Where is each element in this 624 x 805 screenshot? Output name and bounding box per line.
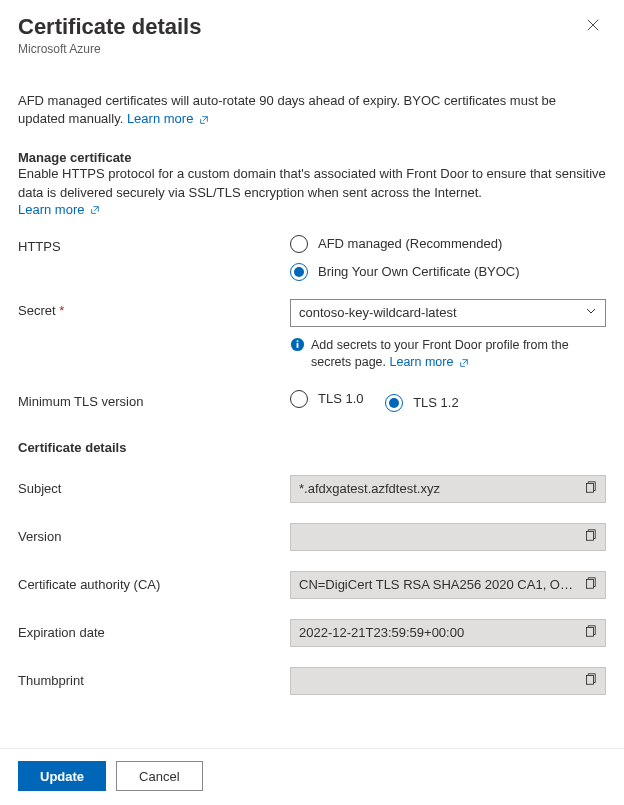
secret-value: contoso-key-wildcard-latest [299,305,457,320]
copy-icon [583,672,597,689]
copy-button[interactable] [583,624,597,641]
chevron-down-icon [585,305,597,320]
external-link-icon [457,355,469,369]
radio-label: TLS 1.0 [318,391,364,406]
close-button[interactable] [580,14,606,39]
manage-certificate-heading: Manage certificate [18,150,606,165]
ca-value: CN=DigiCert TLS RSA SHA256 2020 CA1, O… [290,571,606,599]
copy-button[interactable] [583,480,597,497]
panel-title: Certificate details [18,14,201,40]
version-value [290,523,606,551]
expiration-label: Expiration date [18,625,290,640]
close-icon [586,18,600,35]
info-icon [290,337,305,352]
intro-text: AFD managed certificates will auto-rotat… [18,92,606,128]
https-label: HTTPS [18,235,290,254]
radio-label: TLS 1.2 [413,395,459,410]
tls-option-12[interactable]: TLS 1.2 [385,394,459,412]
radio-icon [385,394,403,412]
radio-icon [290,235,308,253]
radio-label: Bring Your Own Certificate (BYOC) [318,264,520,279]
copy-button[interactable] [583,672,597,689]
panel-subtitle: Microsoft Azure [18,42,201,56]
radio-label: AFD managed (Recommended) [318,236,502,251]
certificate-details-heading: Certificate details [18,440,606,455]
manage-learn-more-link[interactable]: Learn more [18,202,100,217]
secret-label: Secret * [18,299,290,318]
expiration-value: 2022-12-21T23:59:59+00:00 [290,619,606,647]
copy-button[interactable] [583,528,597,545]
secret-hint: Add secrets to your Front Door profile f… [290,337,606,372]
copy-button[interactable] [583,576,597,593]
secret-learn-more-link[interactable]: Learn more [390,355,469,369]
subject-label: Subject [18,481,290,496]
https-option-managed[interactable]: AFD managed (Recommended) [290,235,606,253]
cancel-button[interactable]: Cancel [116,761,202,791]
intro-learn-more-link[interactable]: Learn more [127,111,209,126]
manage-certificate-text: Enable HTTPS protocol for a custom domai… [18,165,606,201]
version-label: Version [18,529,290,544]
secret-select[interactable]: contoso-key-wildcard-latest [290,299,606,327]
copy-icon [583,576,597,593]
external-link-icon [88,202,100,217]
copy-icon [583,528,597,545]
external-link-icon [197,111,209,126]
ca-label: Certificate authority (CA) [18,577,290,592]
tls-option-10[interactable]: TLS 1.0 [290,390,364,408]
copy-icon [583,480,597,497]
thumbprint-label: Thumbprint [18,673,290,688]
footer: Update Cancel [0,748,624,805]
tls-label: Minimum TLS version [18,390,290,409]
copy-icon [583,624,597,641]
https-option-byoc[interactable]: Bring Your Own Certificate (BYOC) [290,263,606,281]
subject-value: *.afdxgatest.azfdtest.xyz [290,475,606,503]
required-indicator: * [59,303,64,318]
thumbprint-value [290,667,606,695]
radio-icon [290,390,308,408]
update-button[interactable]: Update [18,761,106,791]
radio-icon [290,263,308,281]
